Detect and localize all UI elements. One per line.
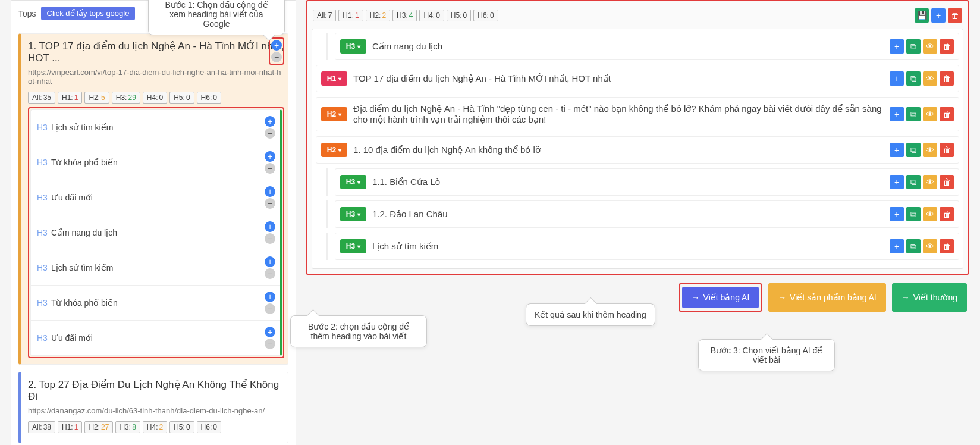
expand-plus-icon[interactable]: + xyxy=(271,40,282,51)
expand-minus-icon[interactable]: − xyxy=(271,52,282,62)
row-view-button[interactable]: 👁 xyxy=(923,107,937,121)
row-copy-button[interactable]: ⧉ xyxy=(906,143,921,157)
level-chip[interactable]: H2 ▾ xyxy=(321,143,347,157)
outline-counts: All: 7 H1: 1 H2: 2 H3: 4 H4: 0 H5: 0 H6:… xyxy=(313,10,498,21)
heading-counts: All: 35 H1: 1 H2: 5 H3: 29 H4: 0 H5: 0 H… xyxy=(28,92,284,104)
remove-heading-icon[interactable]: − xyxy=(265,233,275,244)
heading-tag: H3 xyxy=(37,333,48,343)
row-add-button[interactable]: + xyxy=(890,207,904,221)
row-add-button[interactable]: + xyxy=(890,107,904,121)
callout-result: Kết quả sau khi thêm heading xyxy=(526,303,655,326)
row-view-button[interactable]: 👁 xyxy=(923,71,937,86)
result-url: https://vinpearl.com/vi/top-17-dia-diem-… xyxy=(28,68,284,86)
level-chip[interactable]: H2 ▾ xyxy=(321,107,347,121)
row-view-button[interactable]: 👁 xyxy=(923,239,937,253)
get-tops-google-button[interactable]: Click để lấy tops google xyxy=(41,7,136,20)
heading-tag: H3 xyxy=(37,123,48,132)
row-add-button[interactable]: + xyxy=(890,39,904,54)
outline-text: Địa điểm du lịch Nghệ An - Hà Tĩnh "đẹp … xyxy=(353,104,884,125)
level-chip[interactable]: H3 ▾ xyxy=(340,175,366,189)
row-view-button[interactable]: 👁 xyxy=(923,207,937,221)
heading-row: H3Từ khóa phổ biến+− xyxy=(31,145,280,180)
row-add-button[interactable]: + xyxy=(890,71,904,86)
heading-list: H3Lịch sử tìm kiếm+−H3Từ khóa phổ biến+−… xyxy=(30,109,282,356)
row-delete-button[interactable]: 🗑 xyxy=(940,143,954,157)
add-heading-icon[interactable]: + xyxy=(265,256,275,267)
row-delete-button[interactable]: 🗑 xyxy=(940,107,954,121)
row-add-button[interactable]: + xyxy=(890,239,904,253)
outline-row: H2 ▾Địa điểm du lịch Nghệ An - Hà Tĩnh "… xyxy=(316,97,959,131)
row-view-button[interactable]: 👁 xyxy=(923,39,937,54)
outline-text: Cẩm nang du lịch xyxy=(372,41,884,52)
write-ai-button[interactable]: → Viết bằng AI xyxy=(682,287,759,308)
heading-row: H3Lịch sử tìm kiếm+− xyxy=(31,110,280,145)
chevron-down-icon: ▾ xyxy=(357,179,360,186)
row-view-button[interactable]: 👁 xyxy=(923,143,937,157)
write-product-ai-button[interactable]: → Viết sản phẩm bằng AI xyxy=(768,283,885,312)
row-copy-button[interactable]: ⧉ xyxy=(906,175,921,189)
level-chip[interactable]: H3 ▾ xyxy=(340,207,366,221)
heading-row: H3Cẩm nang du lịch+− xyxy=(31,215,280,250)
outline-row: H3 ▾Cẩm nang du lịch+⧉👁🗑 xyxy=(335,33,959,60)
row-view-button[interactable]: 👁 xyxy=(923,175,937,189)
remove-heading-icon[interactable]: − xyxy=(265,303,275,314)
level-chip[interactable]: H3 ▾ xyxy=(340,39,366,54)
save-button[interactable]: 💾 xyxy=(915,8,929,23)
remove-heading-icon[interactable]: − xyxy=(265,128,275,139)
callout-step3: Bước 3: Chọn viết bằng AI để viết bài xyxy=(698,339,835,371)
row-delete-button[interactable]: 🗑 xyxy=(940,239,954,253)
row-delete-button[interactable]: 🗑 xyxy=(940,39,954,54)
row-copy-button[interactable]: ⧉ xyxy=(906,107,921,121)
headings-redbox: H3Lịch sử tìm kiếm+−H3Từ khóa phổ biến+−… xyxy=(28,107,284,358)
heading-tag: H3 xyxy=(37,228,48,237)
heading-text: Từ khóa phổ biến xyxy=(51,158,265,167)
add-heading-icon[interactable]: + xyxy=(265,186,275,197)
delete-all-button[interactable]: 🗑 xyxy=(948,8,962,23)
outline-row: H2 ▾1. 10 địa điểm du lịch Nghệ An không… xyxy=(316,136,959,164)
add-heading-button[interactable]: + xyxy=(931,8,946,23)
result-url: https://danangaz.com/du-lich/63-tinh-tha… xyxy=(28,406,284,415)
outline-text: 1.1. Biển Cửa Lò xyxy=(372,177,884,187)
level-chip[interactable]: H3 ▾ xyxy=(340,239,366,253)
add-heading-icon[interactable]: + xyxy=(265,221,275,232)
chevron-down-icon: ▾ xyxy=(338,111,341,118)
add-heading-icon[interactable]: + xyxy=(265,327,275,337)
row-copy-button[interactable]: ⧉ xyxy=(906,71,921,86)
outline-text: TOP 17 địa điểm du lịch Nghệ An - Hà Tĩn… xyxy=(353,73,884,84)
heading-tag: H3 xyxy=(37,298,48,308)
heading-text: Ưu đãi mới xyxy=(51,193,265,202)
row-add-button[interactable]: + xyxy=(890,143,904,157)
level-chip[interactable]: H1 ▾ xyxy=(321,71,347,86)
row-delete-button[interactable]: 🗑 xyxy=(940,207,954,221)
remove-heading-icon[interactable]: − xyxy=(265,268,275,279)
remove-heading-icon[interactable]: − xyxy=(265,339,275,349)
remove-heading-icon[interactable]: − xyxy=(265,198,275,209)
chevron-down-icon: ▾ xyxy=(357,243,360,250)
chevron-down-icon: ▾ xyxy=(338,76,341,82)
row-copy-button[interactable]: ⧉ xyxy=(906,239,921,253)
heading-row: H3Lịch sử tìm kiếm+− xyxy=(31,250,280,286)
add-heading-icon[interactable]: + xyxy=(265,116,275,127)
outline-row: H3 ▾1.2. Đảo Lan Châu+⧉👁🗑 xyxy=(335,200,959,228)
expand-result-controls: + − xyxy=(269,37,284,65)
row-delete-button[interactable]: 🗑 xyxy=(940,175,954,189)
chevron-down-icon: ▾ xyxy=(357,43,360,50)
heading-row: H3Ưu đãi mới+− xyxy=(31,180,280,215)
heading-row: H3Ưu đãi mới+− xyxy=(31,321,280,355)
row-copy-button[interactable]: ⧉ xyxy=(906,39,921,54)
callout-step2: Bước 2: chọn dấu cộng để thêm heading và… xyxy=(290,315,427,347)
search-result-2: 2. Top 27 Địa Điểm Du Lịch Nghệ An Không… xyxy=(18,372,288,443)
heading-tag: H3 xyxy=(37,193,48,202)
heading-text: Từ khóa phổ biến xyxy=(51,298,265,308)
add-heading-icon[interactable]: + xyxy=(265,151,275,162)
row-add-button[interactable]: + xyxy=(890,175,904,189)
outline-row: H3 ▾1.1. Biển Cửa Lò+⧉👁🗑 xyxy=(335,168,959,196)
write-normal-button[interactable]: → Viết thường xyxy=(892,283,967,312)
row-delete-button[interactable]: 🗑 xyxy=(940,71,954,86)
remove-heading-icon[interactable]: − xyxy=(265,163,275,174)
add-heading-icon[interactable]: + xyxy=(265,292,275,302)
outline-row: H1 ▾TOP 17 địa điểm du lịch Nghệ An - Hà… xyxy=(316,65,959,92)
heading-row: H3Từ khóa phổ biến+− xyxy=(31,286,280,321)
row-copy-button[interactable]: ⧉ xyxy=(906,207,921,221)
outline-text: Lịch sử tìm kiếm xyxy=(372,241,884,252)
